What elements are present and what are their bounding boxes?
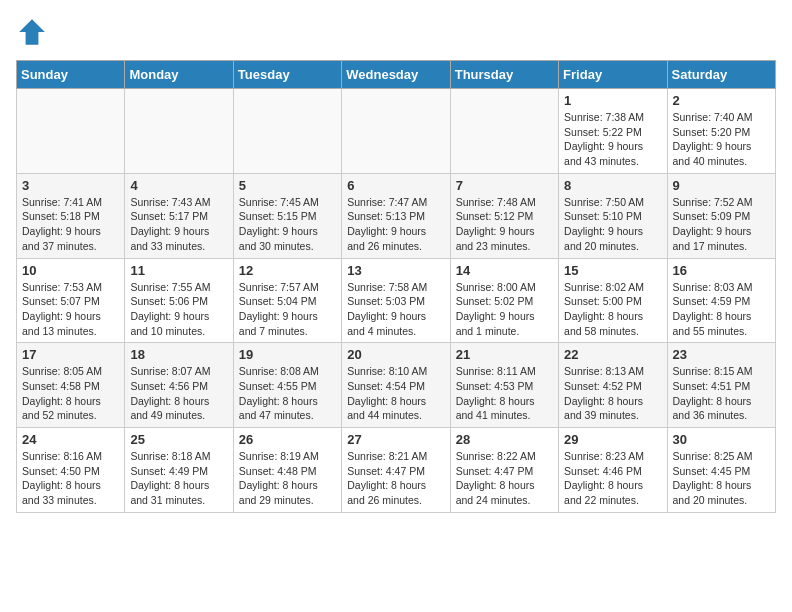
day-number: 19 <box>239 347 336 362</box>
weekday-header-row: SundayMondayTuesdayWednesdayThursdayFrid… <box>17 61 776 89</box>
day-info: Sunrise: 7:50 AM Sunset: 5:10 PM Dayligh… <box>564 195 661 254</box>
day-info: Sunrise: 7:41 AM Sunset: 5:18 PM Dayligh… <box>22 195 119 254</box>
calendar-cell <box>233 89 341 174</box>
calendar-cell: 24Sunrise: 8:16 AM Sunset: 4:50 PM Dayli… <box>17 428 125 513</box>
calendar-cell <box>17 89 125 174</box>
calendar-cell: 30Sunrise: 8:25 AM Sunset: 4:45 PM Dayli… <box>667 428 775 513</box>
calendar-cell: 23Sunrise: 8:15 AM Sunset: 4:51 PM Dayli… <box>667 343 775 428</box>
day-info: Sunrise: 8:11 AM Sunset: 4:53 PM Dayligh… <box>456 364 553 423</box>
day-number: 12 <box>239 263 336 278</box>
day-info: Sunrise: 8:23 AM Sunset: 4:46 PM Dayligh… <box>564 449 661 508</box>
day-info: Sunrise: 8:08 AM Sunset: 4:55 PM Dayligh… <box>239 364 336 423</box>
weekday-header-saturday: Saturday <box>667 61 775 89</box>
calendar-cell: 20Sunrise: 8:10 AM Sunset: 4:54 PM Dayli… <box>342 343 450 428</box>
day-number: 10 <box>22 263 119 278</box>
day-info: Sunrise: 8:15 AM Sunset: 4:51 PM Dayligh… <box>673 364 770 423</box>
day-info: Sunrise: 8:03 AM Sunset: 4:59 PM Dayligh… <box>673 280 770 339</box>
week-row-5: 24Sunrise: 8:16 AM Sunset: 4:50 PM Dayli… <box>17 428 776 513</box>
day-number: 8 <box>564 178 661 193</box>
calendar-cell: 6Sunrise: 7:47 AM Sunset: 5:13 PM Daylig… <box>342 173 450 258</box>
calendar-cell: 9Sunrise: 7:52 AM Sunset: 5:09 PM Daylig… <box>667 173 775 258</box>
calendar-cell <box>450 89 558 174</box>
calendar-cell: 28Sunrise: 8:22 AM Sunset: 4:47 PM Dayli… <box>450 428 558 513</box>
calendar-cell: 19Sunrise: 8:08 AM Sunset: 4:55 PM Dayli… <box>233 343 341 428</box>
day-info: Sunrise: 8:18 AM Sunset: 4:49 PM Dayligh… <box>130 449 227 508</box>
calendar-cell: 18Sunrise: 8:07 AM Sunset: 4:56 PM Dayli… <box>125 343 233 428</box>
day-number: 13 <box>347 263 444 278</box>
day-info: Sunrise: 7:55 AM Sunset: 5:06 PM Dayligh… <box>130 280 227 339</box>
day-number: 9 <box>673 178 770 193</box>
weekday-header-monday: Monday <box>125 61 233 89</box>
day-info: Sunrise: 8:16 AM Sunset: 4:50 PM Dayligh… <box>22 449 119 508</box>
day-info: Sunrise: 8:19 AM Sunset: 4:48 PM Dayligh… <box>239 449 336 508</box>
calendar-cell: 5Sunrise: 7:45 AM Sunset: 5:15 PM Daylig… <box>233 173 341 258</box>
calendar-cell: 3Sunrise: 7:41 AM Sunset: 5:18 PM Daylig… <box>17 173 125 258</box>
calendar-cell: 15Sunrise: 8:02 AM Sunset: 5:00 PM Dayli… <box>559 258 667 343</box>
day-number: 23 <box>673 347 770 362</box>
svg-marker-0 <box>19 19 45 45</box>
week-row-4: 17Sunrise: 8:05 AM Sunset: 4:58 PM Dayli… <box>17 343 776 428</box>
day-number: 17 <box>22 347 119 362</box>
day-number: 11 <box>130 263 227 278</box>
calendar-cell: 12Sunrise: 7:57 AM Sunset: 5:04 PM Dayli… <box>233 258 341 343</box>
logo-icon <box>16 16 48 48</box>
calendar-cell: 14Sunrise: 8:00 AM Sunset: 5:02 PM Dayli… <box>450 258 558 343</box>
page-header <box>16 16 776 48</box>
day-info: Sunrise: 8:22 AM Sunset: 4:47 PM Dayligh… <box>456 449 553 508</box>
day-number: 15 <box>564 263 661 278</box>
day-info: Sunrise: 8:00 AM Sunset: 5:02 PM Dayligh… <box>456 280 553 339</box>
calendar-cell: 1Sunrise: 7:38 AM Sunset: 5:22 PM Daylig… <box>559 89 667 174</box>
day-number: 5 <box>239 178 336 193</box>
week-row-3: 10Sunrise: 7:53 AM Sunset: 5:07 PM Dayli… <box>17 258 776 343</box>
calendar-cell: 25Sunrise: 8:18 AM Sunset: 4:49 PM Dayli… <box>125 428 233 513</box>
day-info: Sunrise: 7:52 AM Sunset: 5:09 PM Dayligh… <box>673 195 770 254</box>
day-info: Sunrise: 7:57 AM Sunset: 5:04 PM Dayligh… <box>239 280 336 339</box>
week-row-1: 1Sunrise: 7:38 AM Sunset: 5:22 PM Daylig… <box>17 89 776 174</box>
day-info: Sunrise: 8:07 AM Sunset: 4:56 PM Dayligh… <box>130 364 227 423</box>
day-number: 2 <box>673 93 770 108</box>
day-number: 14 <box>456 263 553 278</box>
day-info: Sunrise: 7:47 AM Sunset: 5:13 PM Dayligh… <box>347 195 444 254</box>
day-info: Sunrise: 7:38 AM Sunset: 5:22 PM Dayligh… <box>564 110 661 169</box>
calendar-cell: 17Sunrise: 8:05 AM Sunset: 4:58 PM Dayli… <box>17 343 125 428</box>
day-info: Sunrise: 7:43 AM Sunset: 5:17 PM Dayligh… <box>130 195 227 254</box>
weekday-header-friday: Friday <box>559 61 667 89</box>
calendar-cell: 2Sunrise: 7:40 AM Sunset: 5:20 PM Daylig… <box>667 89 775 174</box>
day-info: Sunrise: 7:58 AM Sunset: 5:03 PM Dayligh… <box>347 280 444 339</box>
day-number: 24 <box>22 432 119 447</box>
day-number: 29 <box>564 432 661 447</box>
day-number: 6 <box>347 178 444 193</box>
calendar-cell: 11Sunrise: 7:55 AM Sunset: 5:06 PM Dayli… <box>125 258 233 343</box>
day-number: 21 <box>456 347 553 362</box>
day-info: Sunrise: 8:21 AM Sunset: 4:47 PM Dayligh… <box>347 449 444 508</box>
day-number: 26 <box>239 432 336 447</box>
calendar-table: SundayMondayTuesdayWednesdayThursdayFrid… <box>16 60 776 513</box>
day-number: 1 <box>564 93 661 108</box>
day-number: 4 <box>130 178 227 193</box>
calendar-cell: 21Sunrise: 8:11 AM Sunset: 4:53 PM Dayli… <box>450 343 558 428</box>
day-number: 20 <box>347 347 444 362</box>
logo <box>16 16 52 48</box>
day-number: 27 <box>347 432 444 447</box>
weekday-header-wednesday: Wednesday <box>342 61 450 89</box>
day-number: 22 <box>564 347 661 362</box>
calendar-cell: 7Sunrise: 7:48 AM Sunset: 5:12 PM Daylig… <box>450 173 558 258</box>
day-info: Sunrise: 8:25 AM Sunset: 4:45 PM Dayligh… <box>673 449 770 508</box>
calendar-cell: 8Sunrise: 7:50 AM Sunset: 5:10 PM Daylig… <box>559 173 667 258</box>
calendar-cell <box>125 89 233 174</box>
calendar-cell: 22Sunrise: 8:13 AM Sunset: 4:52 PM Dayli… <box>559 343 667 428</box>
weekday-header-thursday: Thursday <box>450 61 558 89</box>
day-info: Sunrise: 8:10 AM Sunset: 4:54 PM Dayligh… <box>347 364 444 423</box>
calendar-cell <box>342 89 450 174</box>
day-number: 28 <box>456 432 553 447</box>
calendar-cell: 16Sunrise: 8:03 AM Sunset: 4:59 PM Dayli… <box>667 258 775 343</box>
day-info: Sunrise: 8:02 AM Sunset: 5:00 PM Dayligh… <box>564 280 661 339</box>
day-info: Sunrise: 7:53 AM Sunset: 5:07 PM Dayligh… <box>22 280 119 339</box>
day-number: 7 <box>456 178 553 193</box>
calendar-cell: 27Sunrise: 8:21 AM Sunset: 4:47 PM Dayli… <box>342 428 450 513</box>
calendar-cell: 29Sunrise: 8:23 AM Sunset: 4:46 PM Dayli… <box>559 428 667 513</box>
day-info: Sunrise: 8:05 AM Sunset: 4:58 PM Dayligh… <box>22 364 119 423</box>
day-number: 25 <box>130 432 227 447</box>
day-info: Sunrise: 7:45 AM Sunset: 5:15 PM Dayligh… <box>239 195 336 254</box>
day-info: Sunrise: 7:48 AM Sunset: 5:12 PM Dayligh… <box>456 195 553 254</box>
